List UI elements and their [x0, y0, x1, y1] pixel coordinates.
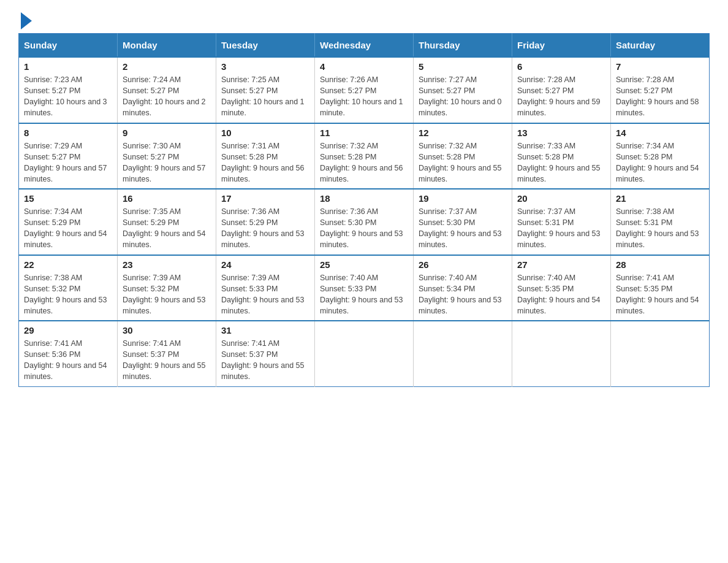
- calendar-cell: 14 Sunrise: 7:34 AMSunset: 5:28 PMDaylig…: [611, 123, 710, 190]
- day-number: 17: [221, 193, 309, 204]
- day-info: Sunrise: 7:23 AMSunset: 5:27 PMDaylight:…: [24, 74, 112, 119]
- day-info: Sunrise: 7:35 AMSunset: 5:29 PMDaylight:…: [123, 206, 211, 251]
- day-info: Sunrise: 7:28 AMSunset: 5:27 PMDaylight:…: [616, 74, 704, 119]
- calendar-week-row: 8 Sunrise: 7:29 AMSunset: 5:27 PMDayligh…: [19, 123, 710, 190]
- calendar-cell: 24 Sunrise: 7:39 AMSunset: 5:33 PMDaylig…: [216, 255, 315, 321]
- calendar-cell: 23 Sunrise: 7:39 AMSunset: 5:32 PMDaylig…: [118, 255, 216, 321]
- calendar-cell: 26 Sunrise: 7:40 AMSunset: 5:34 PMDaylig…: [414, 255, 512, 321]
- day-info: Sunrise: 7:41 AMSunset: 5:37 PMDaylight:…: [123, 338, 211, 383]
- weekday-header-monday: Monday: [118, 34, 216, 58]
- logo-arrow-icon: [21, 12, 32, 29]
- day-number: 13: [517, 128, 605, 138]
- weekday-header-saturday: Saturday: [611, 34, 710, 58]
- calendar-week-row: 1 Sunrise: 7:23 AMSunset: 5:27 PMDayligh…: [19, 57, 710, 123]
- day-info: Sunrise: 7:26 AMSunset: 5:27 PMDaylight:…: [320, 74, 408, 119]
- day-number: 31: [221, 325, 309, 335]
- calendar-cell: 13 Sunrise: 7:33 AMSunset: 5:28 PMDaylig…: [512, 123, 611, 190]
- logo: [18, 12, 32, 27]
- calendar-cell: 2 Sunrise: 7:24 AMSunset: 5:27 PMDayligh…: [118, 57, 216, 123]
- day-number: 15: [24, 193, 112, 204]
- day-number: 10: [221, 128, 309, 138]
- day-number: 11: [320, 128, 408, 138]
- day-info: Sunrise: 7:38 AMSunset: 5:31 PMDaylight:…: [616, 206, 704, 251]
- calendar-week-row: 15 Sunrise: 7:34 AMSunset: 5:29 PMDaylig…: [19, 189, 710, 255]
- calendar-cell: [315, 321, 414, 386]
- day-number: 16: [123, 193, 211, 204]
- day-info: Sunrise: 7:30 AMSunset: 5:27 PMDaylight:…: [123, 140, 211, 185]
- weekday-header-thursday: Thursday: [414, 34, 512, 58]
- calendar-cell: 29 Sunrise: 7:41 AMSunset: 5:36 PMDaylig…: [19, 321, 118, 386]
- calendar-cell: 21 Sunrise: 7:38 AMSunset: 5:31 PMDaylig…: [611, 189, 710, 255]
- page-header: [18, 12, 710, 27]
- day-number: 23: [123, 259, 211, 270]
- day-info: Sunrise: 7:32 AMSunset: 5:28 PMDaylight:…: [320, 140, 408, 185]
- day-number: 9: [123, 128, 211, 138]
- day-info: Sunrise: 7:39 AMSunset: 5:32 PMDaylight:…: [123, 272, 211, 317]
- day-number: 14: [616, 128, 704, 138]
- day-info: Sunrise: 7:39 AMSunset: 5:33 PMDaylight:…: [221, 272, 309, 317]
- calendar-cell: 10 Sunrise: 7:31 AMSunset: 5:28 PMDaylig…: [216, 123, 315, 190]
- day-info: Sunrise: 7:29 AMSunset: 5:27 PMDaylight:…: [24, 140, 112, 185]
- calendar-cell: 3 Sunrise: 7:25 AMSunset: 5:27 PMDayligh…: [216, 57, 315, 123]
- calendar-cell: 15 Sunrise: 7:34 AMSunset: 5:29 PMDaylig…: [19, 189, 118, 255]
- day-number: 18: [320, 193, 408, 204]
- day-number: 29: [24, 325, 112, 335]
- day-info: Sunrise: 7:41 AMSunset: 5:35 PMDaylight:…: [616, 272, 704, 317]
- calendar-cell: 22 Sunrise: 7:38 AMSunset: 5:32 PMDaylig…: [19, 255, 118, 321]
- calendar-cell: 31 Sunrise: 7:41 AMSunset: 5:37 PMDaylig…: [216, 321, 315, 386]
- day-info: Sunrise: 7:41 AMSunset: 5:36 PMDaylight:…: [24, 338, 112, 383]
- calendar-cell: 11 Sunrise: 7:32 AMSunset: 5:28 PMDaylig…: [315, 123, 414, 190]
- day-number: 4: [320, 61, 408, 72]
- calendar-cell: 19 Sunrise: 7:37 AMSunset: 5:30 PMDaylig…: [414, 189, 512, 255]
- calendar-cell: [512, 321, 611, 386]
- calendar-cell: 7 Sunrise: 7:28 AMSunset: 5:27 PMDayligh…: [611, 57, 710, 123]
- day-info: Sunrise: 7:37 AMSunset: 5:31 PMDaylight:…: [517, 206, 605, 251]
- calendar-table: SundayMondayTuesdayWednesdayThursdayFrid…: [18, 33, 710, 387]
- calendar-cell: [611, 321, 710, 386]
- calendar-cell: 12 Sunrise: 7:32 AMSunset: 5:28 PMDaylig…: [414, 123, 512, 190]
- day-number: 8: [24, 128, 112, 138]
- day-info: Sunrise: 7:25 AMSunset: 5:27 PMDaylight:…: [221, 74, 309, 119]
- day-info: Sunrise: 7:34 AMSunset: 5:28 PMDaylight:…: [616, 140, 704, 185]
- weekday-header-row: SundayMondayTuesdayWednesdayThursdayFrid…: [19, 34, 710, 58]
- calendar-cell: 27 Sunrise: 7:40 AMSunset: 5:35 PMDaylig…: [512, 255, 611, 321]
- day-info: Sunrise: 7:28 AMSunset: 5:27 PMDaylight:…: [517, 74, 605, 119]
- day-number: 26: [419, 259, 507, 270]
- day-info: Sunrise: 7:33 AMSunset: 5:28 PMDaylight:…: [517, 140, 605, 185]
- day-info: Sunrise: 7:34 AMSunset: 5:29 PMDaylight:…: [24, 206, 112, 251]
- day-info: Sunrise: 7:31 AMSunset: 5:28 PMDaylight:…: [221, 140, 309, 185]
- day-number: 24: [221, 259, 309, 270]
- day-info: Sunrise: 7:40 AMSunset: 5:33 PMDaylight:…: [320, 272, 408, 317]
- day-number: 2: [123, 61, 211, 72]
- day-number: 22: [24, 259, 112, 270]
- day-number: 28: [616, 259, 704, 270]
- day-info: Sunrise: 7:40 AMSunset: 5:34 PMDaylight:…: [419, 272, 507, 317]
- calendar-cell: 18 Sunrise: 7:36 AMSunset: 5:30 PMDaylig…: [315, 189, 414, 255]
- day-number: 3: [221, 61, 309, 72]
- day-number: 30: [123, 325, 211, 335]
- day-info: Sunrise: 7:38 AMSunset: 5:32 PMDaylight:…: [24, 272, 112, 317]
- day-info: Sunrise: 7:36 AMSunset: 5:30 PMDaylight:…: [320, 206, 408, 251]
- calendar-cell: 6 Sunrise: 7:28 AMSunset: 5:27 PMDayligh…: [512, 57, 611, 123]
- calendar-cell: 20 Sunrise: 7:37 AMSunset: 5:31 PMDaylig…: [512, 189, 611, 255]
- day-number: 21: [616, 193, 704, 204]
- calendar-cell: 1 Sunrise: 7:23 AMSunset: 5:27 PMDayligh…: [19, 57, 118, 123]
- day-info: Sunrise: 7:24 AMSunset: 5:27 PMDaylight:…: [123, 74, 211, 119]
- calendar-cell: 30 Sunrise: 7:41 AMSunset: 5:37 PMDaylig…: [118, 321, 216, 386]
- calendar-week-row: 29 Sunrise: 7:41 AMSunset: 5:36 PMDaylig…: [19, 321, 710, 386]
- day-number: 20: [517, 193, 605, 204]
- day-number: 19: [419, 193, 507, 204]
- calendar-cell: 4 Sunrise: 7:26 AMSunset: 5:27 PMDayligh…: [315, 57, 414, 123]
- calendar-cell: 25 Sunrise: 7:40 AMSunset: 5:33 PMDaylig…: [315, 255, 414, 321]
- day-info: Sunrise: 7:41 AMSunset: 5:37 PMDaylight:…: [221, 338, 309, 383]
- calendar-cell: 17 Sunrise: 7:36 AMSunset: 5:29 PMDaylig…: [216, 189, 315, 255]
- day-number: 27: [517, 259, 605, 270]
- day-info: Sunrise: 7:36 AMSunset: 5:29 PMDaylight:…: [221, 206, 309, 251]
- weekday-header-wednesday: Wednesday: [315, 34, 414, 58]
- day-number: 7: [616, 61, 704, 72]
- weekday-header-friday: Friday: [512, 34, 611, 58]
- calendar-week-row: 22 Sunrise: 7:38 AMSunset: 5:32 PMDaylig…: [19, 255, 710, 321]
- day-number: 6: [517, 61, 605, 72]
- calendar-cell: 5 Sunrise: 7:27 AMSunset: 5:27 PMDayligh…: [414, 57, 512, 123]
- day-info: Sunrise: 7:37 AMSunset: 5:30 PMDaylight:…: [419, 206, 507, 251]
